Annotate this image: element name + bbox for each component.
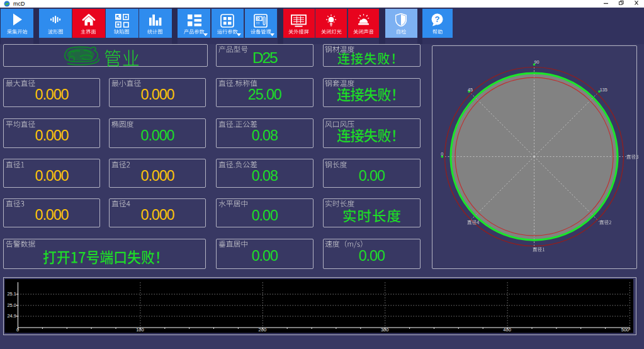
svg-text:?: ?	[435, 14, 440, 24]
